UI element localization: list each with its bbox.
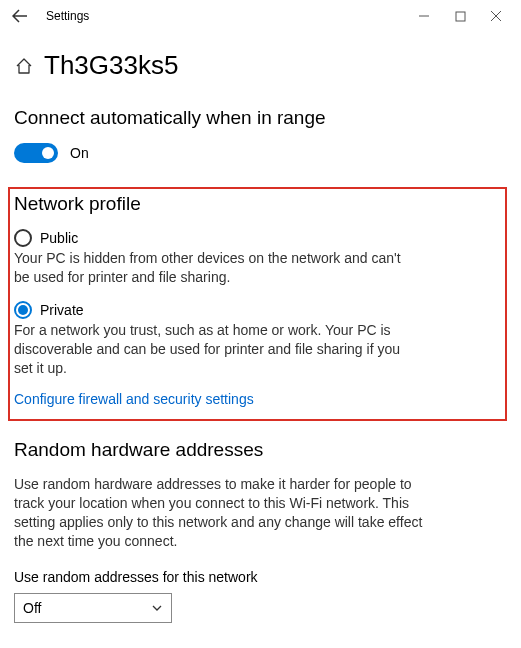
- back-arrow-icon: [12, 8, 28, 24]
- home-icon: [15, 57, 33, 75]
- page-header: Th3G33ks5: [14, 50, 507, 81]
- close-icon: [490, 10, 502, 22]
- toggle-knob: [42, 147, 54, 159]
- minimize-button[interactable]: [415, 7, 433, 25]
- minimize-icon: [418, 10, 430, 22]
- chevron-down-icon: [151, 602, 163, 614]
- home-button[interactable]: [14, 56, 34, 76]
- random-hw-desc: Use random hardware addresses to make it…: [14, 475, 434, 551]
- maximize-button[interactable]: [451, 7, 469, 25]
- connect-auto-title: Connect automatically when in range: [14, 107, 507, 129]
- page-title: Th3G33ks5: [44, 50, 178, 81]
- connect-auto-toggle-label: On: [70, 145, 89, 161]
- window-title: Settings: [46, 9, 89, 23]
- profile-private-label: Private: [40, 302, 84, 318]
- random-hw-select[interactable]: Off: [14, 593, 172, 623]
- profile-public-radio-row[interactable]: Public: [14, 229, 497, 247]
- network-profile-title: Network profile: [14, 193, 497, 215]
- content-area: Th3G33ks5 Connect automatically when in …: [0, 32, 521, 637]
- titlebar: Settings: [0, 0, 521, 32]
- radio-private[interactable]: [14, 301, 32, 319]
- network-profile-highlight: Network profile Public Your PC is hidden…: [8, 187, 507, 421]
- profile-public-desc: Your PC is hidden from other devices on …: [14, 249, 414, 287]
- radio-public[interactable]: [14, 229, 32, 247]
- window-buttons: [415, 7, 515, 25]
- firewall-settings-link[interactable]: Configure firewall and security settings: [14, 391, 497, 407]
- connect-auto-toggle-row: On: [14, 143, 507, 163]
- svg-rect-0: [456, 12, 465, 21]
- close-button[interactable]: [487, 7, 505, 25]
- random-hw-select-value: Off: [23, 600, 41, 616]
- profile-public-label: Public: [40, 230, 78, 246]
- random-hw-title: Random hardware addresses: [14, 439, 507, 461]
- profile-private-desc: For a network you trust, such as at home…: [14, 321, 414, 378]
- connect-auto-toggle[interactable]: [14, 143, 58, 163]
- random-hw-select-label: Use random addresses for this network: [14, 569, 507, 585]
- back-button[interactable]: [6, 2, 34, 30]
- profile-private-radio-row[interactable]: Private: [14, 301, 497, 319]
- maximize-icon: [455, 11, 466, 22]
